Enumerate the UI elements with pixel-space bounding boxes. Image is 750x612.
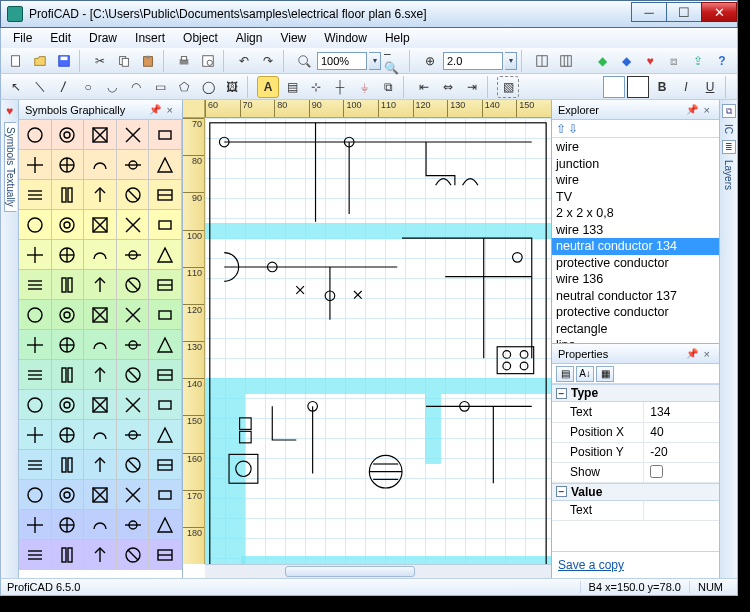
symbol-cell[interactable] (117, 540, 150, 570)
menu-help[interactable]: Help (377, 29, 418, 47)
properties-page-button[interactable]: ▦ (596, 366, 614, 382)
symbol-cell[interactable] (52, 480, 85, 510)
symbol-cell[interactable] (117, 240, 150, 270)
print-preview-button[interactable] (197, 50, 219, 72)
symbol-cell[interactable] (149, 390, 182, 420)
color-fill-swatch[interactable] (603, 76, 625, 98)
tool-ground[interactable]: ⏚ (353, 76, 375, 98)
menu-file[interactable]: File (5, 29, 40, 47)
symbol-cell[interactable] (117, 120, 150, 150)
explorer-item[interactable]: protective conductor (552, 304, 719, 321)
symbol-cell[interactable] (149, 330, 182, 360)
symbol-cell[interactable] (84, 540, 117, 570)
tool-ellipse[interactable]: ◯ (197, 76, 219, 98)
ic-icon[interactable]: ⧉ (722, 104, 736, 118)
redo-button[interactable]: ↷ (257, 50, 279, 72)
undo-button[interactable]: ↶ (233, 50, 255, 72)
symbol-cell[interactable] (19, 390, 52, 420)
save-button[interactable] (53, 50, 75, 72)
menu-view[interactable]: View (272, 29, 314, 47)
text-italic-button[interactable]: I (675, 76, 697, 98)
window-close-button[interactable]: ✕ (701, 2, 737, 22)
arrow-up-icon[interactable]: ⇧ (556, 122, 566, 136)
help-button[interactable]: ? (711, 50, 733, 72)
symbol-cell[interactable] (117, 390, 150, 420)
symbol-cell[interactable] (117, 330, 150, 360)
symbol-cell[interactable] (149, 540, 182, 570)
explorer-item[interactable]: neutral conductor 137 (552, 288, 719, 305)
symbol-cell[interactable] (149, 240, 182, 270)
tool-rect[interactable]: ▭ (149, 76, 171, 98)
cut-button[interactable]: ✂ (89, 50, 111, 72)
symbol-cell[interactable] (52, 420, 85, 450)
close-icon[interactable]: × (701, 348, 713, 360)
symbol-cell[interactable] (117, 360, 150, 390)
symbol-cell[interactable] (52, 300, 85, 330)
zoom-dropdown[interactable] (369, 52, 381, 70)
property-row[interactable]: Text134 (552, 402, 719, 422)
window-minimize-button[interactable]: ─ (631, 2, 667, 22)
symbol-cell[interactable] (19, 330, 52, 360)
extras-green-icon[interactable]: ◆ (591, 50, 613, 72)
copy-button[interactable] (113, 50, 135, 72)
properties-grid[interactable]: −TypeText134Position X40Position Y-20Sho… (552, 384, 719, 551)
symbol-cell[interactable] (19, 210, 52, 240)
symbol-cell[interactable] (149, 270, 182, 300)
symbol-cell[interactable] (84, 180, 117, 210)
symbol-cell[interactable] (52, 360, 85, 390)
symbol-cell[interactable] (52, 180, 85, 210)
symbol-cell[interactable] (19, 420, 52, 450)
tool-image[interactable]: 🖼 (221, 76, 243, 98)
explorer-item[interactable]: wire (552, 139, 719, 156)
text-bold-button[interactable]: B (651, 76, 673, 98)
symbol-cell[interactable] (19, 360, 52, 390)
explorer-header[interactable]: Explorer 📌 × (552, 100, 719, 120)
symbol-cell[interactable] (117, 480, 150, 510)
symbol-cell[interactable] (19, 540, 52, 570)
symbol-cell[interactable] (117, 270, 150, 300)
close-icon[interactable]: × (164, 104, 176, 116)
zoom-field[interactable]: 100% (317, 52, 367, 70)
pin-icon[interactable]: 📌 (683, 348, 701, 359)
tool-fill[interactable]: ▤ (281, 76, 303, 98)
symbol-cell[interactable] (19, 120, 52, 150)
symbol-cell[interactable] (117, 420, 150, 450)
symbol-cell[interactable] (52, 240, 85, 270)
menu-insert[interactable]: Insert (127, 29, 173, 47)
symbol-cell[interactable] (19, 480, 52, 510)
symbol-cell[interactable] (149, 420, 182, 450)
symbol-cell[interactable] (84, 390, 117, 420)
symbols-header[interactable]: Symbols Graphically 📌 × (19, 100, 182, 120)
grid-major-button[interactable] (531, 50, 553, 72)
align-left-button[interactable]: ⇤ (413, 76, 435, 98)
symbol-cell[interactable] (84, 150, 117, 180)
symbol-cell[interactable] (117, 210, 150, 240)
tab-symbols-textually[interactable]: Symbols Textually (4, 122, 17, 212)
extras-blue-icon[interactable]: ◆ (615, 50, 637, 72)
symbol-cell[interactable] (117, 180, 150, 210)
symbol-cell[interactable] (117, 510, 150, 540)
symbol-cell[interactable] (149, 450, 182, 480)
scale-dropdown[interactable] (505, 52, 517, 70)
drawing-canvas[interactable] (205, 118, 551, 564)
tab-layers[interactable]: Layers (723, 158, 734, 192)
pin-icon[interactable]: 📌 (683, 104, 701, 115)
properties-group[interactable]: −Type (552, 384, 719, 402)
symbol-cell[interactable] (52, 510, 85, 540)
explorer-item[interactable]: neutral conductor 134 (552, 238, 719, 255)
property-row[interactable]: Position X40 (552, 422, 719, 442)
tool-arc[interactable]: ◡ (101, 76, 123, 98)
scale-field[interactable]: 2.0 (443, 52, 503, 70)
property-checkbox[interactable] (650, 465, 663, 478)
symbol-cell[interactable] (84, 480, 117, 510)
symbol-cell[interactable] (84, 330, 117, 360)
pin-icon[interactable]: 📌 (146, 104, 164, 115)
properties-group[interactable]: −Value (552, 483, 719, 501)
symbol-cell[interactable] (149, 480, 182, 510)
tool-text[interactable]: A (257, 76, 279, 98)
symbol-cell[interactable] (19, 150, 52, 180)
new-button[interactable] (5, 50, 27, 72)
explorer-item[interactable]: TV (552, 189, 719, 206)
menu-draw[interactable]: Draw (81, 29, 125, 47)
explorer-item[interactable]: rectangle (552, 321, 719, 338)
